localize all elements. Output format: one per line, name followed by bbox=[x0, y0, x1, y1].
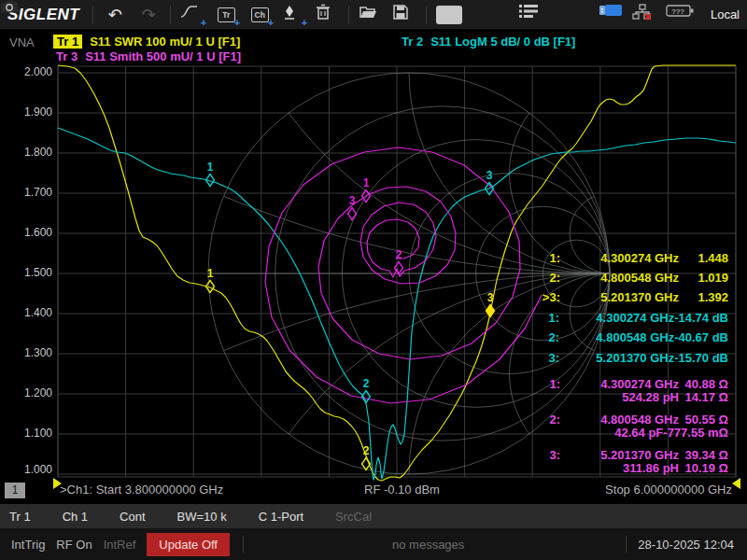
trace1-info[interactable]: Tr 1S11 SWR 100 mU/ 1 U [F1] bbox=[53, 35, 240, 49]
marker-readout-row: 1:4.300274 GHz40.88 Ω bbox=[534, 377, 728, 391]
sweep-start-label[interactable]: >Ch1: Start 3.800000000 GHz bbox=[60, 483, 223, 497]
swr-axis-tick: 2.000 bbox=[4, 65, 52, 78]
trace-tr3-smith bbox=[265, 147, 542, 403]
swr-axis-tick: 1.200 bbox=[4, 386, 52, 399]
marker-tr2-1[interactable]: 1 bbox=[206, 161, 215, 187]
trace1-settings: S11 SWR 100 mU/ 1 U [F1] bbox=[90, 35, 240, 49]
marker-readout-row: 3:5.201370 GHz39.34 Ω bbox=[534, 448, 728, 462]
marker-readout-row: 2:4.800548 GHz-40.67 dB bbox=[534, 330, 728, 344]
trace3-settings: S11 Smith 500 mU/ 1 U [F1] bbox=[85, 49, 241, 63]
swr-axis-tick: 1.100 bbox=[4, 427, 52, 440]
sweep-stop-label[interactable]: Stop 6.000000000 GHz bbox=[605, 483, 732, 497]
svg-text:1: 1 bbox=[207, 161, 214, 174]
marker-readout-row: 524.28 pH14.17 Ω bbox=[534, 390, 728, 404]
swr-axis-tick: 1.400 bbox=[4, 306, 52, 319]
svg-text:3: 3 bbox=[486, 169, 493, 182]
marker-readout-row: 1:4.300274 GHz1.448 bbox=[534, 251, 728, 265]
marker-tr1-3[interactable]: 3 bbox=[486, 291, 495, 317]
app-label: VNA bbox=[9, 35, 35, 49]
marker-tr3-3[interactable]: 3 bbox=[348, 194, 357, 220]
marker-tr3-2[interactable]: 2 bbox=[395, 248, 403, 274]
trace2-info[interactable]: Tr 2S11 LogM 5 dB/ 0 dB [F1] bbox=[402, 35, 575, 49]
svg-text:3: 3 bbox=[487, 291, 494, 304]
svg-text:2: 2 bbox=[363, 444, 370, 457]
marker-readout-row: >3:5.201370 GHz1.392 bbox=[534, 290, 728, 304]
trace1-active-badge: Tr 1 bbox=[53, 35, 82, 49]
trace3-info[interactable]: Tr 3S11 Smith 500 mU/ 1 U [F1] bbox=[56, 49, 241, 63]
vna-screen: SIGLENT ↶ ↷ + Tr+ Ch+ + bbox=[0, 0, 747, 560]
svg-text:1: 1 bbox=[363, 176, 370, 189]
swr-axis-tick: 1.500 bbox=[4, 266, 52, 279]
marker-readout-row: 2:4.800548 GHz50.55 Ω bbox=[534, 413, 728, 427]
svg-text:3: 3 bbox=[349, 194, 356, 207]
marker-tr3-1[interactable]: 1 bbox=[362, 176, 371, 203]
swr-axis-tick: 1.700 bbox=[4, 186, 52, 199]
marker-readout-row: 3:5.201370 GHz-15.70 dB bbox=[534, 351, 728, 365]
svg-text:1: 1 bbox=[207, 267, 214, 280]
swr-axis-tick: 1.300 bbox=[4, 346, 52, 359]
trace2-settings: S11 LogM 5 dB/ 0 dB [F1] bbox=[430, 35, 575, 49]
marker-readout-row: 2:4.800548 GHz1.019 bbox=[534, 271, 728, 285]
marker-readout-row: 1:4.300274 GHz-14.74 dB bbox=[534, 311, 728, 325]
marker-tr1-1[interactable]: 1 bbox=[206, 267, 215, 293]
swr-axis-tick: 1.800 bbox=[4, 146, 52, 159]
rf-power-label: RF -0.10 dBm bbox=[364, 483, 440, 497]
marker-readout-row: 311.86 pH10.19 Ω bbox=[534, 461, 728, 475]
marker-tr1-2[interactable]: 2 bbox=[362, 444, 371, 470]
marker-readout-row: 42.64 pF-777.55 mΩ bbox=[534, 426, 728, 440]
svg-text:2: 2 bbox=[363, 377, 370, 390]
marker-tr2-3[interactable]: 3 bbox=[486, 169, 494, 195]
svg-text:2: 2 bbox=[396, 248, 402, 261]
swr-axis-tick: 1.000 bbox=[4, 463, 52, 476]
channel-number-badge[interactable]: 1 bbox=[5, 483, 25, 498]
channel-bar: 1 >Ch1: Start 3.800000000 GHz RF -0.10 d… bbox=[0, 479, 747, 504]
swr-axis-tick: 1.600 bbox=[4, 226, 52, 239]
swr-axis-tick: 1.900 bbox=[4, 105, 52, 119]
